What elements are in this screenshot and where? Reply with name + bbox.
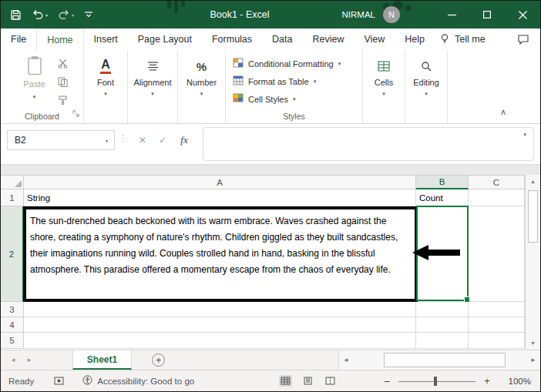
redo-icon[interactable]: ▾ [58, 9, 74, 20]
cell-b1[interactable]: Count [416, 189, 469, 206]
next-sheet-icon[interactable]: ► [26, 357, 32, 364]
paste-button[interactable]: Paste ▾ [17, 55, 52, 109]
redo-dropdown-icon[interactable]: ▾ [72, 12, 74, 18]
cell-c3[interactable] [469, 302, 525, 317]
minimize-button[interactable] [434, 1, 469, 28]
format-as-table-label: Format as Table [248, 77, 309, 86]
expand-formula-bar-icon[interactable]: ▾ [523, 132, 526, 138]
row-header-4[interactable]: 4 [1, 317, 24, 333]
horizontal-scrollbar[interactable]: ◄ ► [338, 350, 540, 370]
status-bar: Ready Accessibility: Good to go − + 100% [1, 370, 540, 391]
horizontal-scrollbar-thumb[interactable] [384, 353, 506, 367]
format-painter-icon[interactable] [58, 95, 68, 109]
copy-icon[interactable] [58, 76, 68, 90]
cell-b3[interactable] [416, 302, 469, 317]
namebox-resize-handle[interactable]: ⋮ [119, 133, 127, 143]
collapse-ribbon-icon[interactable]: ∧ [500, 107, 506, 117]
undo-icon[interactable]: ▾ [32, 9, 48, 20]
row-header-5[interactable]: 5 [1, 333, 24, 349]
save-icon[interactable] [10, 9, 22, 21]
zoom-level[interactable]: 100% [499, 377, 531, 386]
customize-quick-access-toolbar-icon[interactable] [84, 10, 93, 19]
horizontal-scrollbar-track[interactable] [353, 350, 526, 370]
row-header-3[interactable]: 3 [1, 302, 24, 317]
cell-a3[interactable] [24, 302, 416, 317]
paste-dropdown-icon[interactable]: ▾ [33, 94, 36, 100]
tab-file[interactable]: File [1, 28, 36, 50]
cell-c5[interactable] [469, 333, 525, 349]
tell-me-button[interactable]: Tell me [439, 33, 486, 46]
new-sheet-icon[interactable]: + [152, 353, 165, 367]
name-box-dropdown-icon[interactable]: ▾ [106, 138, 108, 143]
tab-data[interactable]: Data [262, 28, 302, 50]
cell-a1[interactable]: String [24, 189, 416, 206]
select-all-button[interactable] [1, 176, 24, 189]
cell-a5[interactable] [24, 333, 416, 349]
macro-record-icon[interactable] [54, 377, 64, 385]
vertical-scrollbar-thumb[interactable] [528, 190, 538, 243]
row-header-1[interactable]: 1 [1, 189, 24, 206]
zoom-slider[interactable] [398, 376, 475, 387]
avatar[interactable]: N [383, 6, 400, 23]
font-dropdown-icon: ▾ [104, 91, 107, 97]
column-header-b[interactable]: B [416, 176, 469, 189]
page-break-preview-icon[interactable] [324, 375, 337, 387]
previous-sheet-icon[interactable]: ◄ [10, 357, 16, 364]
close-button[interactable] [505, 1, 540, 28]
accessibility-label: Accessibility: Good to go [97, 377, 194, 386]
tab-help[interactable]: Help [395, 28, 435, 50]
column-header-c[interactable]: C [469, 176, 525, 189]
tab-home[interactable]: Home [36, 28, 83, 50]
page-layout-view-icon[interactable] [301, 375, 314, 387]
tab-view[interactable]: View [354, 28, 395, 50]
accessibility-status[interactable]: Accessibility: Good to go [82, 375, 194, 387]
tab-page-layout[interactable]: Page Layout [128, 28, 202, 50]
cell-a2[interactable]: The sun-drenched beach beckoned with its… [24, 206, 416, 302]
cell-a4[interactable] [24, 317, 416, 333]
alignment-group-button[interactable]: Alignment ▾ [128, 50, 178, 123]
conditional-formatting-button[interactable]: Conditional Formatting ▾ [233, 58, 362, 69]
maximize-button[interactable] [469, 1, 505, 28]
editing-group-button[interactable]: Editing ▾ [405, 50, 448, 123]
number-group-button[interactable]: % Number ▾ [178, 50, 226, 123]
font-group-button[interactable]: A Font ▾ [84, 50, 128, 123]
row-header-2[interactable]: 2 [1, 206, 24, 302]
account-name[interactable]: NIRMAL [342, 10, 375, 19]
tab-review[interactable]: Review [302, 28, 354, 50]
column-header-a[interactable]: A [24, 176, 416, 189]
zoom-in-button[interactable]: + [482, 375, 492, 387]
enter-entry-icon[interactable]: ✓ [153, 130, 172, 150]
comment-icon[interactable] [517, 34, 529, 47]
formula-bar-input[interactable]: ▾ [203, 127, 534, 161]
cell-b4[interactable] [416, 317, 469, 333]
cell-c1[interactable] [469, 189, 525, 206]
scroll-up-icon[interactable]: ▲ [526, 179, 540, 184]
undo-dropdown-icon[interactable]: ▾ [45, 12, 48, 18]
scroll-left-icon[interactable]: ◄ [339, 357, 353, 364]
cells-icon [378, 57, 390, 75]
zoom-slider-thumb[interactable] [434, 377, 437, 386]
cancel-entry-icon[interactable]: ✕ [133, 130, 152, 150]
cut-icon[interactable] [58, 58, 68, 72]
ribbon: Paste ▾ Clipboard [1, 50, 540, 124]
sheet-area: A B C 1 String Count 2 The sun-drenched … [1, 175, 540, 350]
cells-group-button[interactable]: Cells ▾ [363, 50, 405, 123]
insert-function-icon[interactable]: fx [175, 130, 193, 150]
cell-c4[interactable] [469, 317, 525, 333]
name-box[interactable]: B2 ▾ [7, 130, 115, 150]
normal-view-icon[interactable] [279, 375, 292, 387]
scroll-down-icon[interactable]: ▼ [526, 340, 540, 346]
format-as-table-button[interactable]: Format as Table ▾ [233, 75, 362, 87]
clipboard-dialog-launcher-icon[interactable] [72, 106, 79, 120]
cell-styles-button[interactable]: Cell Styles ▾ [233, 93, 362, 105]
tab-formulas[interactable]: Formulas [202, 28, 262, 50]
cell-b5[interactable] [416, 333, 469, 349]
scroll-right-icon[interactable]: ► [526, 357, 540, 364]
vertical-scrollbar[interactable]: ▲ ▼ [525, 175, 540, 350]
cell-c2[interactable] [469, 206, 525, 302]
font-icon: A [100, 57, 111, 75]
tab-sheet1[interactable]: Sheet1 [72, 350, 132, 370]
format-as-table-dropdown-icon: ▾ [314, 79, 317, 85]
zoom-out-button[interactable]: − [381, 375, 392, 387]
tab-insert[interactable]: Insert [84, 28, 128, 50]
